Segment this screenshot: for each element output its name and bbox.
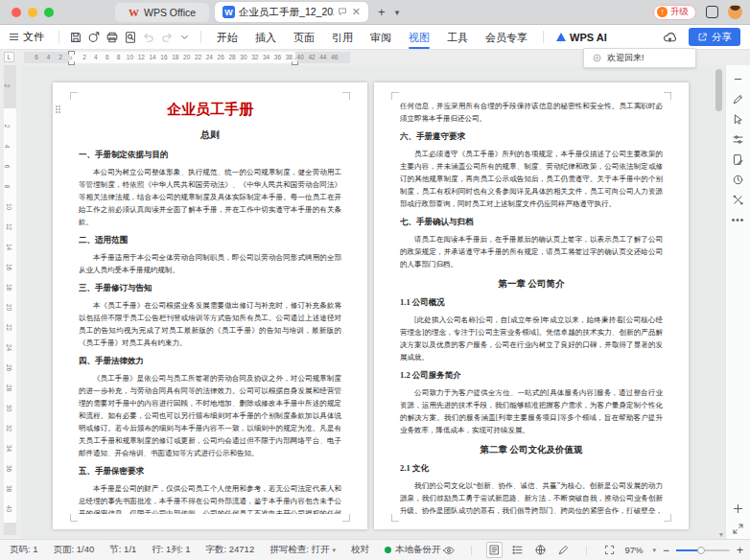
new-tab-button[interactable]: + [378, 5, 386, 19]
zoom-window-button[interactable] [44, 8, 54, 17]
ruler-tick: 10 [6, 203, 12, 210]
page-view-mode-button[interactable] [486, 542, 503, 558]
menu-tab-工具[interactable]: 工具 [438, 25, 477, 50]
user-avatar[interactable] [728, 5, 742, 19]
ruler-tick: 36 [274, 54, 281, 60]
undo-button[interactable] [139, 28, 157, 46]
ruler-tick: 14 [149, 54, 155, 60]
ruler-tick: 24 [206, 54, 213, 60]
upgrade-arrow-icon: ↑ [657, 7, 668, 17]
status-proofread-button[interactable]: 校对 [351, 544, 369, 556]
menu-tab-引用[interactable]: 引用 [323, 25, 362, 50]
document-page-2[interactable]: 任何信息，并应采用所有合理的手段保持该信息的秘密性和安全性。员工离职时必须立即将… [374, 82, 689, 529]
wps-ai-button[interactable]: WPS AI [551, 32, 613, 43]
ruler-tick: 4 [94, 54, 98, 60]
menu-tab-视图[interactable]: 视图 [400, 25, 438, 50]
tab-wps-office[interactable]: W WPS Office [115, 3, 209, 22]
document-sign-icon[interactable] [729, 150, 748, 169]
pen-annotate-icon[interactable] [555, 542, 572, 558]
ruler-tick: 4 [47, 54, 51, 60]
zoom-slider[interactable] [676, 549, 730, 551]
close-tab-icon[interactable]: ✕ [352, 6, 361, 18]
status-page-number[interactable]: 页码: 1 [10, 544, 38, 556]
ruler-tick: 6 [35, 54, 38, 60]
menu-tab-审阅[interactable]: 审阅 [362, 25, 400, 50]
menu-tab-插入[interactable]: 插入 [246, 25, 285, 50]
heading: 二、适用范围 [79, 235, 341, 246]
doc-title: 企业员工手册 [79, 101, 341, 119]
history-clock-icon[interactable] [729, 170, 748, 189]
ruler-tick: 24 [6, 344, 12, 351]
vertical-scrollbar[interactable] [715, 67, 722, 533]
scroll-down-chevron-icon[interactable]: ▾ [719, 530, 723, 539]
ruler-tick: 6 [105, 54, 109, 60]
tab-list-caret-icon[interactable]: ▾ [395, 8, 400, 17]
status-line[interactable]: 行: 1 [152, 544, 171, 556]
ruler-tick: 22 [195, 54, 201, 60]
zoom-out-button[interactable]: − [663, 545, 669, 556]
menu-tab-会员专享[interactable]: 会员专享 [477, 25, 536, 50]
collapse-sidebar-icon[interactable] [729, 69, 748, 88]
paragraph: 本手册是公司的财产，仅供公司员工个人使用和参考，若无公司法定代表人和总经理的事先… [79, 482, 341, 514]
save-button[interactable] [66, 28, 84, 46]
paragraph: 员工必须遵守《员工手册》所列的各项规定，本手册仅描述了公司主要政策的主要内容，并… [400, 148, 663, 210]
ruler-tick: 20 [183, 54, 190, 60]
welcome-back-popup[interactable]: 欢迎回来! [583, 48, 696, 68]
margin-crop-mark [391, 92, 399, 100]
document-canvas[interactable]: 企业员工手册总则一、手册制定依据与目的本公司为树立公司整体形象、执行规范、统一的… [21, 65, 725, 539]
zoom-slider-thumb[interactable] [697, 547, 705, 554]
minimize-window-button[interactable] [28, 8, 37, 17]
heading: 三、手册修订与告知 [79, 283, 341, 294]
cloud-upload-icon[interactable] [661, 28, 679, 46]
eye-preview-icon[interactable] [440, 542, 457, 558]
select-cursor-icon[interactable] [729, 109, 748, 128]
close-window-button[interactable] [12, 8, 21, 17]
vertical-ruler[interactable]: 2246810121416182022242628303234363840 [0, 65, 21, 539]
print-button[interactable] [103, 28, 121, 46]
status-column[interactable]: 列: 1 [171, 544, 190, 556]
expand-panel-icon[interactable] [729, 519, 748, 538]
more-options-icon[interactable]: ••• [729, 210, 748, 229]
menu-tab-页面[interactable]: 页面 [285, 25, 323, 50]
export-pdf-button[interactable] [84, 28, 103, 46]
tab-stop-selector[interactable]: L [4, 52, 14, 62]
toolbar-more-caret-icon[interactable] [176, 28, 194, 46]
spellcheck-caret-icon[interactable]: ▾ [332, 547, 336, 554]
menu-tab-开始[interactable]: 开始 [208, 25, 246, 50]
fit-page-icon[interactable] [601, 542, 618, 558]
redo-button[interactable] [157, 28, 176, 46]
status-local-backup[interactable]: 本地备份开 [385, 544, 441, 556]
paragraph: 本《员工手册》在公司根据业务发展需要做出修订与补充时，修订补充条款将以包括但不限… [79, 299, 341, 349]
share-button[interactable]: 分享 [689, 28, 740, 46]
comment-bubble-icon[interactable] [338, 7, 347, 18]
zoom-caret-icon[interactable]: ▾ [652, 547, 656, 554]
windows-stack-icon[interactable] [706, 6, 718, 18]
ruler-tick: 18 [6, 284, 12, 291]
status-word-count[interactable]: 字数: 24712 [205, 544, 254, 556]
web-view-mode-button[interactable] [532, 542, 549, 558]
paragraph-drag-handle-icon[interactable] [56, 105, 62, 113]
tab-document[interactable]: W 企业员工手册_12_2025062 ✕ [215, 2, 368, 22]
add-panel-icon[interactable] [729, 499, 748, 518]
wps-ai-label: WPS AI [570, 32, 607, 43]
upgrade-button[interactable]: ↑ 升级 [653, 5, 696, 20]
tools-icon[interactable] [729, 190, 748, 209]
zoom-in-button[interactable]: + [737, 545, 743, 556]
scrollbar-thumb[interactable] [715, 69, 722, 111]
paragraph-continuation: 任何信息，并应采用所有合理的手段保持该信息的秘密性和安全性。员工离职时必须立即将… [400, 100, 663, 125]
section-heading: 2.1 文化 [400, 463, 663, 475]
file-menu[interactable]: 文件 [23, 30, 44, 44]
outline-view-mode-button[interactable] [509, 542, 526, 558]
status-section[interactable]: 节: 1/1 [109, 544, 136, 556]
status-spellcheck[interactable]: 拼写检查: 打开 [270, 544, 329, 556]
ruler-tick: 28 [228, 54, 235, 60]
print-preview-button[interactable] [121, 28, 139, 46]
margin-crop-mark [342, 92, 350, 100]
edit-pencil-icon[interactable] [729, 89, 748, 108]
main-menu-icon[interactable] [10, 34, 18, 41]
zoom-percentage[interactable]: 97% [624, 545, 643, 555]
status-pages[interactable]: 页面: 1/40 [54, 544, 95, 556]
document-page-1[interactable]: 企业员工手册总则一、手册制定依据与目的本公司为树立公司整体形象、执行规范、统一的… [53, 82, 367, 529]
settings-sliders-icon[interactable] [729, 129, 748, 149]
ruler-tick: 14 [6, 244, 12, 250]
